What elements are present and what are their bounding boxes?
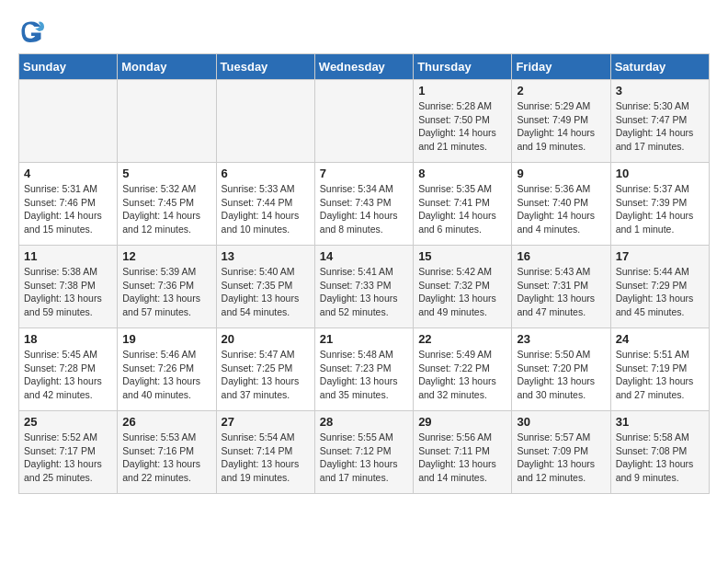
day-number: 7: [320, 167, 408, 180]
calendar-cell: [118, 80, 216, 163]
calendar-cell: [19, 80, 118, 163]
day-info: Sunrise: 5:42 AMSunset: 7:32 PMDaylight:…: [418, 265, 506, 319]
day-number: 17: [616, 249, 704, 263]
header-row: SundayMondayTuesdayWednesdayThursdayFrid…: [19, 54, 710, 80]
calendar-cell: 15Sunrise: 5:42 AMSunset: 7:32 PMDayligh…: [414, 246, 512, 328]
header-day: Wednesday: [314, 54, 413, 80]
calendar-cell: [314, 80, 413, 163]
day-info: Sunrise: 5:31 AMSunset: 7:46 PMDaylight:…: [24, 182, 112, 236]
day-info: Sunrise: 5:30 AMSunset: 7:47 PMDaylight:…: [616, 99, 704, 154]
calendar-cell: 31Sunrise: 5:58 AMSunset: 7:08 PMDayligh…: [610, 411, 709, 494]
day-number: 8: [418, 167, 506, 180]
day-number: 21: [320, 332, 408, 346]
day-number: 19: [122, 332, 210, 346]
day-info: Sunrise: 5:29 AMSunset: 7:49 PMDaylight:…: [517, 99, 605, 154]
day-number: 29: [418, 415, 506, 429]
day-info: Sunrise: 5:40 AMSunset: 7:35 PMDaylight:…: [222, 265, 310, 319]
day-number: 12: [122, 249, 210, 263]
calendar-cell: 21Sunrise: 5:48 AMSunset: 7:23 PMDayligh…: [314, 328, 413, 411]
day-number: 31: [616, 415, 704, 429]
page-header: [18, 18, 710, 44]
day-number: 9: [517, 167, 605, 180]
calendar-table: SundayMondayTuesdayWednesdayThursdayFrid…: [18, 53, 710, 494]
calendar-cell: 6Sunrise: 5:33 AMSunset: 7:44 PMDaylight…: [216, 163, 314, 246]
day-number: 16: [517, 249, 605, 263]
day-info: Sunrise: 5:41 AMSunset: 7:33 PMDaylight:…: [320, 265, 408, 319]
day-info: Sunrise: 5:52 AMSunset: 7:17 PMDaylight:…: [24, 431, 112, 485]
calendar-cell: 27Sunrise: 5:54 AMSunset: 7:14 PMDayligh…: [216, 411, 314, 494]
header-day: Friday: [512, 54, 610, 80]
calendar-cell: 28Sunrise: 5:55 AMSunset: 7:12 PMDayligh…: [314, 411, 413, 494]
day-number: 27: [222, 415, 310, 429]
calendar-cell: 11Sunrise: 5:38 AMSunset: 7:38 PMDayligh…: [19, 246, 118, 328]
day-info: Sunrise: 5:33 AMSunset: 7:44 PMDaylight:…: [222, 182, 310, 236]
calendar-week: 25Sunrise: 5:52 AMSunset: 7:17 PMDayligh…: [19, 411, 710, 494]
calendar-cell: 10Sunrise: 5:37 AMSunset: 7:39 PMDayligh…: [610, 163, 709, 246]
day-number: 2: [517, 84, 605, 98]
day-info: Sunrise: 5:44 AMSunset: 7:29 PMDaylight:…: [616, 265, 704, 319]
calendar-cell: 26Sunrise: 5:53 AMSunset: 7:16 PMDayligh…: [118, 411, 216, 494]
calendar-cell: 13Sunrise: 5:40 AMSunset: 7:35 PMDayligh…: [216, 246, 314, 328]
day-info: Sunrise: 5:46 AMSunset: 7:26 PMDaylight:…: [122, 348, 210, 402]
day-info: Sunrise: 5:58 AMSunset: 7:08 PMDaylight:…: [616, 431, 704, 485]
day-info: Sunrise: 5:54 AMSunset: 7:14 PMDaylight:…: [222, 431, 310, 485]
calendar-cell: 24Sunrise: 5:51 AMSunset: 7:19 PMDayligh…: [610, 328, 709, 411]
day-number: 18: [24, 332, 112, 346]
calendar-cell: 9Sunrise: 5:36 AMSunset: 7:40 PMDaylight…: [512, 163, 610, 246]
day-number: 10: [616, 167, 704, 180]
day-info: Sunrise: 5:34 AMSunset: 7:43 PMDaylight:…: [320, 182, 408, 236]
calendar-cell: 8Sunrise: 5:35 AMSunset: 7:41 PMDaylight…: [414, 163, 512, 246]
calendar-cell: 18Sunrise: 5:45 AMSunset: 7:28 PMDayligh…: [19, 328, 118, 411]
day-number: 14: [320, 249, 408, 263]
day-info: Sunrise: 5:50 AMSunset: 7:20 PMDaylight:…: [517, 348, 605, 402]
day-info: Sunrise: 5:43 AMSunset: 7:31 PMDaylight:…: [517, 265, 605, 319]
day-number: 6: [222, 167, 310, 180]
calendar-body: 1Sunrise: 5:28 AMSunset: 7:50 PMDaylight…: [19, 80, 710, 494]
day-number: 22: [418, 332, 506, 346]
calendar-cell: 14Sunrise: 5:41 AMSunset: 7:33 PMDayligh…: [314, 246, 413, 328]
day-number: 4: [24, 167, 112, 180]
calendar-week: 18Sunrise: 5:45 AMSunset: 7:28 PMDayligh…: [19, 328, 710, 411]
day-number: 13: [222, 249, 310, 263]
day-number: 24: [616, 332, 704, 346]
day-info: Sunrise: 5:55 AMSunset: 7:12 PMDaylight:…: [320, 431, 408, 485]
day-number: 1: [418, 84, 506, 98]
calendar-cell: 29Sunrise: 5:56 AMSunset: 7:11 PMDayligh…: [414, 411, 512, 494]
day-number: 23: [517, 332, 605, 346]
calendar-cell: 16Sunrise: 5:43 AMSunset: 7:31 PMDayligh…: [512, 246, 610, 328]
calendar-cell: 19Sunrise: 5:46 AMSunset: 7:26 PMDayligh…: [118, 328, 216, 411]
calendar-cell: 3Sunrise: 5:30 AMSunset: 7:47 PMDaylight…: [610, 80, 709, 163]
day-number: 20: [222, 332, 310, 346]
day-info: Sunrise: 5:37 AMSunset: 7:39 PMDaylight:…: [616, 182, 704, 236]
calendar-cell: 4Sunrise: 5:31 AMSunset: 7:46 PMDaylight…: [19, 163, 118, 246]
header-day: Saturday: [610, 54, 709, 80]
day-number: 25: [24, 415, 112, 429]
day-info: Sunrise: 5:47 AMSunset: 7:25 PMDaylight:…: [222, 348, 310, 402]
header-day: Thursday: [414, 54, 512, 80]
calendar-cell: 25Sunrise: 5:52 AMSunset: 7:17 PMDayligh…: [19, 411, 118, 494]
day-number: 30: [517, 415, 605, 429]
day-info: Sunrise: 5:32 AMSunset: 7:45 PMDaylight:…: [122, 182, 210, 236]
day-number: 5: [122, 167, 210, 180]
calendar-cell: 30Sunrise: 5:57 AMSunset: 7:09 PMDayligh…: [512, 411, 610, 494]
calendar-cell: 17Sunrise: 5:44 AMSunset: 7:29 PMDayligh…: [610, 246, 709, 328]
calendar-cell: 7Sunrise: 5:34 AMSunset: 7:43 PMDaylight…: [314, 163, 413, 246]
day-info: Sunrise: 5:51 AMSunset: 7:19 PMDaylight:…: [616, 348, 704, 402]
day-info: Sunrise: 5:56 AMSunset: 7:11 PMDaylight:…: [418, 431, 506, 485]
logo: [18, 18, 46, 44]
day-number: 26: [122, 415, 210, 429]
day-info: Sunrise: 5:35 AMSunset: 7:41 PMDaylight:…: [418, 182, 506, 236]
day-info: Sunrise: 5:48 AMSunset: 7:23 PMDaylight:…: [320, 348, 408, 402]
header-day: Tuesday: [216, 54, 314, 80]
logo-icon: [18, 18, 44, 44]
day-info: Sunrise: 5:49 AMSunset: 7:22 PMDaylight:…: [418, 348, 506, 402]
day-number: 11: [24, 249, 112, 263]
day-info: Sunrise: 5:57 AMSunset: 7:09 PMDaylight:…: [517, 431, 605, 485]
calendar-cell: 5Sunrise: 5:32 AMSunset: 7:45 PMDaylight…: [118, 163, 216, 246]
day-info: Sunrise: 5:39 AMSunset: 7:36 PMDaylight:…: [122, 265, 210, 319]
day-number: 28: [320, 415, 408, 429]
calendar-cell: 23Sunrise: 5:50 AMSunset: 7:20 PMDayligh…: [512, 328, 610, 411]
day-info: Sunrise: 5:28 AMSunset: 7:50 PMDaylight:…: [418, 99, 506, 154]
header-day: Monday: [118, 54, 216, 80]
calendar-week: 4Sunrise: 5:31 AMSunset: 7:46 PMDaylight…: [19, 163, 710, 246]
